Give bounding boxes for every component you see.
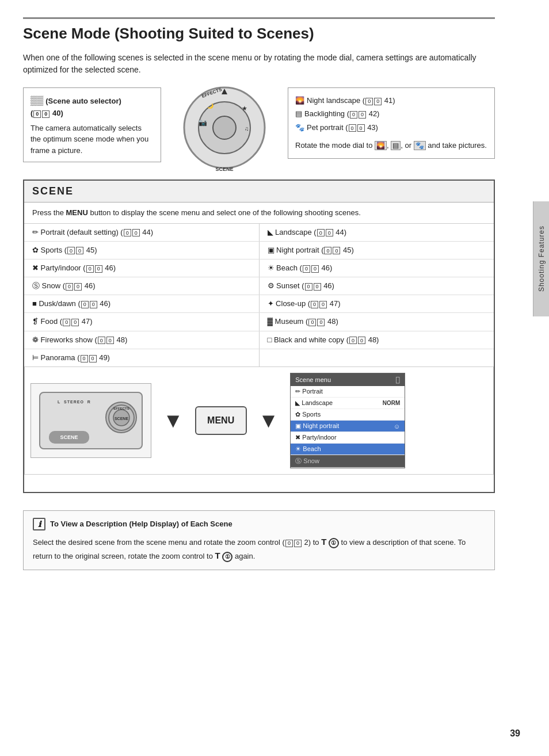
night-portrait-menu-icon: ▣ (295, 422, 301, 429)
snow-menu-icon: Ⓢ (295, 457, 302, 464)
camera-dial-small: SCENE EFFECTS (105, 402, 137, 433)
dial-diagram: EFFECTS SCENE 📷 ★ ♫ 🌙 (167, 87, 282, 168)
fireworks-icon: ❁ (32, 335, 39, 344)
svg-text:EFFECTS: EFFECTS (113, 407, 129, 410)
scene-menu-icon: ⌷ (395, 375, 400, 384)
sports-icon: ✿ (32, 246, 39, 254)
note-title: ℹ To View a Description (Help Display) o… (33, 518, 485, 530)
panorama-icon: ⊨ (32, 353, 39, 362)
night-portrait-badge: ☺ (394, 423, 400, 430)
note-body: Select the desired scene from the scene … (33, 535, 485, 563)
scene-menu-item-party[interactable]: ✖ Party/indoor (291, 432, 405, 444)
note-icon: ℹ (33, 518, 45, 530)
portrait-icon: ✏ (32, 228, 39, 236)
table-row: ✏ Portrait (default setting) (00 44) ◣ L… (24, 224, 494, 242)
bottom-flow-area: L STEREO R SCENE EFFECTS SCENE (24, 366, 494, 475)
scene-menu-item-snow[interactable]: Ⓢ Snow (291, 455, 405, 468)
scene-table: ✏ Portrait (default setting) (00 44) ◣ L… (24, 224, 494, 367)
camera-shutter: SCENE (49, 431, 89, 444)
party-icon: ✖ (32, 264, 39, 272)
page-title: Scene Mode (Shooting Suited to Scenes) (23, 17, 495, 43)
table-row: ❁ Fireworks show (00 48) □ Black and whi… (24, 331, 494, 349)
food-icon: ❡ (32, 317, 39, 326)
scene-menu-item-beach[interactable]: ☀ Beach (291, 444, 405, 455)
svg-text:★: ★ (242, 105, 247, 112)
svg-text:📷: 📷 (199, 118, 207, 127)
table-row: ⊨ Panorama (00 49) (24, 349, 494, 366)
svg-text:♫: ♫ (245, 125, 249, 132)
bottom-note: ℹ To View a Description (Help Display) o… (23, 510, 495, 570)
table-row: ✖ Party/indoor (00 46) ☀ Beach (00 46) (24, 259, 494, 277)
page-number: 39 (510, 728, 520, 739)
museum-icon: ▓ (268, 317, 273, 326)
landscape-norm-badge: NORM (383, 400, 401, 406)
svg-text:SCENE: SCENE (114, 417, 128, 421)
camera-body: L STEREO R SCENE EFFECTS SCENE (39, 392, 143, 449)
scene-box: SCENE Press the MENU button to display t… (23, 180, 495, 493)
arrow-1: ▼ (163, 408, 184, 433)
mode-dial-svg: EFFECTS SCENE 📷 ★ ♫ 🌙 (178, 82, 270, 174)
scene-menu-title: Scene menu (295, 376, 331, 383)
table-row: ✿ Sports (00 45) ▣ Night portrait (00 45… (24, 241, 494, 259)
scene-menu-item-night-portrait[interactable]: ▣ Night portrait ☺ (291, 421, 405, 432)
dusk-icon: ■ (32, 299, 37, 308)
left-box-body: The camera automatically selects the opt… (30, 124, 148, 155)
sports-menu-icon: ✿ (295, 411, 300, 418)
party-menu-icon: ✖ (295, 434, 300, 441)
stereo-label: L STEREO R (58, 400, 91, 404)
right-box-item3: 🐾 Pet portrait (00 43) (295, 121, 487, 134)
sunset-icon: ⚙ (268, 281, 274, 290)
landscape-menu-icon: ◣ (295, 399, 300, 406)
scene-desc: Press the MENU button to display the sce… (24, 203, 494, 224)
note-heading: To View a Description (Help Display) of … (50, 518, 232, 530)
menu-keyword: MENU (66, 208, 88, 217)
portrait-menu-icon: ✏ (295, 388, 300, 395)
svg-text:🌙: 🌙 (207, 102, 214, 109)
scene-menu-item-sports[interactable]: ✿ Sports (291, 409, 405, 421)
scene-header: SCENE (24, 181, 494, 203)
scene-menu-screenshot: Scene menu ⌷ ✏ Portrait ◣ Landscape NORM… (290, 373, 405, 468)
side-tab-label: Shooting Features (537, 226, 546, 292)
right-box-item1: 🌄 Night landscape (00 41) (295, 94, 487, 107)
beach-menu-icon: ☀ (295, 445, 301, 452)
right-box-desc: Rotate the mode dial to 🌄, ▤, or 🐾 and t… (295, 139, 487, 152)
camera-diagram: L STEREO R SCENE EFFECTS SCENE (30, 383, 151, 458)
top-diagram: ▒▒ (Scene auto selector) (00 40) The cam… (23, 87, 495, 168)
landscape-icon: ◣ (268, 228, 273, 236)
left-info-box: ▒▒ (Scene auto selector) (00 40) The cam… (23, 87, 161, 162)
intro-text: When one of the following scenes is sele… (23, 52, 495, 76)
left-box-title: ▒▒ (Scene auto selector) (00 40) (30, 94, 154, 119)
table-row: Ⓢ Snow (00 46) ⚙ Sunset (00 46) (24, 277, 494, 295)
closeup-icon: ✦ (268, 299, 274, 308)
svg-text:SCENE: SCENE (215, 166, 233, 172)
night-portrait-icon: ▣ (268, 246, 274, 254)
bw-copy-icon: □ (268, 335, 272, 344)
table-row: ❡ Food (00 47) ▓ Museum (00 48) (24, 313, 494, 331)
side-tab: Shooting Features (533, 201, 549, 316)
table-row: ■ Dusk/dawn (00 46) ✦ Close-up (00 47) (24, 295, 494, 313)
snow-icon: Ⓢ (32, 281, 40, 290)
scene-menu-item-landscape[interactable]: ◣ Landscape NORM (291, 398, 405, 409)
right-box-item2: ▤ Backlighting (00 42) (295, 107, 487, 120)
scene-menu-item-portrait[interactable]: ✏ Portrait (291, 386, 405, 398)
svg-point-2 (213, 116, 236, 139)
right-info-box: 🌄 Night landscape (00 41) ▤ Backlighting… (288, 87, 495, 159)
menu-button[interactable]: MENU (195, 406, 247, 435)
beach-icon: ☀ (268, 264, 274, 272)
arrow-2: ▼ (258, 408, 279, 433)
scene-menu-header: Scene menu ⌷ (291, 373, 405, 386)
